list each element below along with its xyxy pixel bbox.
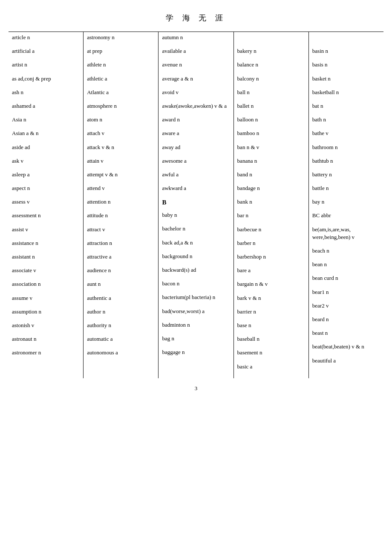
- list-item: balloon n: [237, 116, 305, 124]
- list-item: beautiful a: [312, 357, 380, 365]
- list-item: assume v: [12, 294, 80, 302]
- list-item: banana n: [237, 157, 305, 165]
- list-item: atmosphere n: [87, 102, 155, 110]
- list-item: bamboo n: [237, 129, 305, 137]
- list-item: basis n: [312, 61, 380, 69]
- list-item: assessment n: [12, 212, 80, 219]
- list-item: ballet n: [237, 102, 305, 110]
- list-item: available a: [162, 47, 230, 55]
- list-item: average a & n: [162, 75, 230, 83]
- list-item: beat(beat,beaten) v & n: [312, 343, 380, 351]
- list-item: band n: [237, 171, 305, 178]
- list-item: backward(s) ad: [162, 266, 230, 274]
- list-item: bat n: [312, 102, 380, 110]
- list-item: aside ad: [12, 144, 80, 151]
- list-item: artificial a: [12, 47, 80, 55]
- list-item: astronomy n: [87, 34, 155, 41]
- list-item: bathroom n: [312, 144, 380, 151]
- list-item: [237, 34, 305, 41]
- list-item: autumn n: [162, 34, 230, 41]
- list-item: bandage n: [237, 184, 305, 192]
- column-col1: article nartificial aartist nas ad,conj …: [9, 32, 84, 378]
- list-item: assistance n: [12, 239, 80, 247]
- list-item: bear1 n: [312, 288, 380, 296]
- list-item: author n: [87, 308, 155, 316]
- list-item: ban n & v: [237, 144, 305, 151]
- list-item: bare a: [237, 267, 305, 274]
- list-item: athlete n: [87, 61, 155, 69]
- list-item: away ad: [162, 144, 230, 151]
- list-item: assumption n: [12, 308, 80, 316]
- list-item: astronomer n: [12, 349, 80, 357]
- list-item: aware a: [162, 129, 230, 137]
- list-item: bean curd n: [312, 274, 380, 282]
- list-item: bear2 v: [312, 302, 380, 310]
- list-item: baggage n: [162, 348, 230, 356]
- list-item: ask v: [12, 157, 80, 165]
- list-item: Atlantic a: [87, 89, 155, 96]
- list-item: bad(worse,worst) a: [162, 308, 230, 315]
- list-item: avoid v: [162, 89, 230, 96]
- list-item: attract v: [87, 226, 155, 233]
- list-item: ball n: [237, 89, 305, 96]
- list-item: bachelor n: [162, 225, 230, 233]
- list-item: background n: [162, 253, 230, 260]
- list-item: bargain n & v: [237, 280, 305, 288]
- list-item: ashamed a: [12, 102, 80, 110]
- list-item: ash n: [12, 89, 80, 96]
- list-item: bar n: [237, 212, 305, 219]
- list-item: atom n: [87, 116, 155, 124]
- list-item: association n: [12, 280, 80, 288]
- column-col2: astronomy nat prepathlete nathletic aAtl…: [84, 32, 159, 378]
- list-item: bacon n: [162, 280, 230, 288]
- list-item: athletic a: [87, 75, 155, 83]
- list-item: bath n: [312, 116, 380, 124]
- list-item: awake(awoke,awoken) v & a: [162, 102, 230, 110]
- list-item: bathe v: [312, 129, 380, 137]
- list-item: article n: [12, 34, 80, 41]
- list-item: awful a: [162, 171, 230, 178]
- list-item: baby n: [162, 211, 230, 219]
- list-item: artist n: [12, 61, 80, 69]
- list-item: base n: [237, 322, 305, 329]
- list-item: aunt n: [87, 280, 155, 288]
- list-item: bark v & n: [237, 294, 305, 302]
- list-item: basement n: [237, 349, 305, 357]
- list-item: autonomous a: [87, 349, 155, 357]
- list-item: barber n: [237, 239, 305, 247]
- page-title: 学 海 无 涯: [9, 13, 383, 23]
- list-item: asleep a: [12, 171, 80, 178]
- list-item: awesome a: [162, 157, 230, 165]
- list-item: bacterium(pl bacteria) n: [162, 293, 230, 301]
- list-item: balance n: [237, 61, 305, 69]
- list-item: attack v & n: [87, 144, 155, 151]
- list-item: attention n: [87, 198, 155, 206]
- list-item: beast n: [312, 329, 380, 337]
- list-item: basic a: [237, 363, 305, 371]
- list-item: baseball n: [237, 335, 305, 343]
- list-item: Asia n: [12, 116, 80, 124]
- list-item: attain v: [87, 157, 155, 165]
- list-item: aspect n: [12, 184, 80, 192]
- list-item: bean n: [312, 261, 380, 268]
- list-item: bathtub n: [312, 157, 380, 165]
- list-item: automatic a: [87, 335, 155, 343]
- list-item: assist v: [12, 226, 80, 233]
- list-item: astonish v: [12, 322, 80, 329]
- list-item: barbershop n: [237, 253, 305, 261]
- list-item: basketball n: [312, 89, 380, 96]
- list-item: attraction n: [87, 239, 155, 247]
- list-item: barbecue n: [237, 226, 305, 233]
- list-item: basket n: [312, 75, 380, 83]
- list-item: attractive a: [87, 253, 155, 261]
- list-item: astronaut n: [12, 335, 80, 343]
- list-item: assess v: [12, 198, 80, 206]
- list-item: beard n: [312, 316, 380, 323]
- list-item: be(am,is,are,was, were,being,been) v: [312, 226, 380, 241]
- list-item: battery n: [312, 171, 380, 178]
- list-item: as ad,conj & prep: [12, 75, 80, 83]
- list-item: battle n: [312, 184, 380, 192]
- list-item: badminton n: [162, 321, 230, 329]
- list-item: attend v: [87, 184, 155, 192]
- list-item: awkward a: [162, 184, 230, 192]
